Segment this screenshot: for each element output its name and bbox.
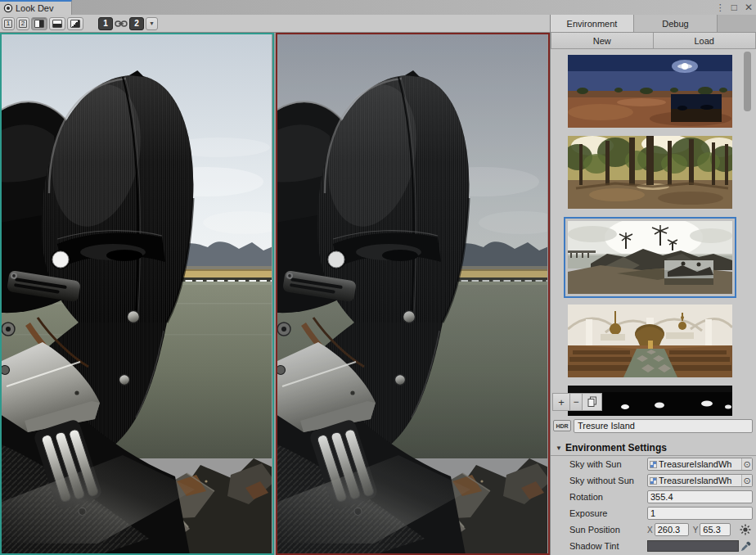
sun-icon[interactable] [740,524,751,535]
cubemap-icon [650,461,657,468]
row-sun-position: Sun Position X Y [551,521,756,538]
single-view-2-button[interactable]: 2 [16,17,29,30]
sky-without-sun-object-field[interactable]: TreasureIslandWh ⊙ [647,474,753,487]
object-picker-icon[interactable]: ⊙ [741,475,752,486]
maximize-icon[interactable]: □ [731,0,737,15]
thumbnail-church-interior-panorama[interactable] [568,305,732,377]
split-diagonal-icon [70,20,80,28]
new-button[interactable]: New [551,33,654,49]
sun-position-label: Sun Position [569,525,647,535]
sun-y-label: Y [693,526,699,535]
sky-with-sun-object-field[interactable]: TreasureIslandWh ⊙ [647,458,753,471]
link-cameras-button[interactable] [115,17,128,30]
row-sky-with-sun: Sky with Sun TreasureIslandWh ⊙ [551,456,756,472]
row-shadow-tint: Shadow Tint [551,538,756,554]
add-environment-button[interactable]: + [552,393,570,411]
cubemap-icon [650,477,657,485]
thumbnail-treasure-island-panorama[interactable] [568,221,732,294]
link-icon [115,20,128,28]
thumbnail-list-toolbar: + − [552,393,602,411]
camera-2-button[interactable]: 2 [129,17,144,30]
row-sky-without-sun: Sky without Sun TreasureIslandWh ⊙ [551,472,756,489]
environment-panel: Environment Debug New Load [550,15,756,555]
row-exposure: Exposure [551,505,756,521]
single-view-1-button[interactable]: 1 [2,17,15,30]
environment-name-input[interactable] [574,419,753,433]
split-horizontal-icon [52,20,62,28]
lookdev-render-viewport[interactable] [0,33,550,555]
panel-scrollbar-thumb[interactable] [744,52,751,111]
close-icon[interactable]: ✕ [745,0,753,15]
shadow-tint-color-swatch[interactable] [647,540,739,552]
panel-tabs: Environment Debug [551,15,756,33]
eye-icon [3,3,13,13]
sky-without-sun-label: Sky without Sun [569,476,647,485]
exposure-input[interactable] [647,507,753,520]
load-button[interactable]: Load [654,33,756,49]
selected-thumbnail-frame [564,217,736,298]
camera-options-dropdown[interactable]: ▼ [146,17,158,30]
row-rotation: Rotation [551,489,756,505]
exposure-label: Exposure [569,508,647,518]
thumbnail-desert-panorama[interactable] [568,55,732,128]
split-vertical-icon [34,20,44,28]
sky-with-sun-label: Sky with Sun [569,459,647,469]
tabs-filler [718,15,756,32]
remove-environment-button[interactable]: − [570,393,583,411]
object-picker-icon[interactable]: ⊙ [741,458,752,470]
environment-thumbnail-list: + − [551,49,756,416]
split-diagonal-button[interactable] [67,17,83,30]
rotation-label: Rotation [569,492,647,502]
render-pane-1 [0,34,288,555]
title-strip: Look Dev ⋮ □ ✕ [0,0,756,15]
camera-1-button[interactable]: 1 [98,17,113,30]
sun-x-label: X [647,526,653,535]
window-title: Look Dev [16,3,53,13]
render-pane-2 [276,34,550,555]
lookdev-toolbar: 1 2 1 2 ▼ [0,15,550,33]
environment-settings-header[interactable]: ▼ Environment Settings [551,440,756,456]
tab-environment[interactable]: Environment [551,15,634,32]
tab-debug[interactable]: Debug [634,15,718,32]
foldout-arrow-icon: ▼ [556,444,562,452]
duplicate-icon [587,396,597,408]
sun-y-input[interactable] [700,523,731,536]
duplicate-environment-button[interactable] [583,393,602,411]
thumbnail-forest-panorama[interactable] [568,136,732,209]
sun-x-input[interactable] [655,523,689,536]
rotation-input[interactable] [647,490,753,503]
split-vertical-button[interactable] [31,17,47,30]
window-menu-icon[interactable]: ⋮ [716,0,724,15]
tab-look-dev[interactable]: Look Dev [0,0,72,15]
split-horizontal-button[interactable] [49,17,65,30]
settings-title: Environment Settings [565,442,667,453]
shadow-tint-label: Shadow Tint [569,541,647,551]
eyedropper-icon[interactable] [740,541,751,552]
hdr-badge: HDR [553,420,571,431]
